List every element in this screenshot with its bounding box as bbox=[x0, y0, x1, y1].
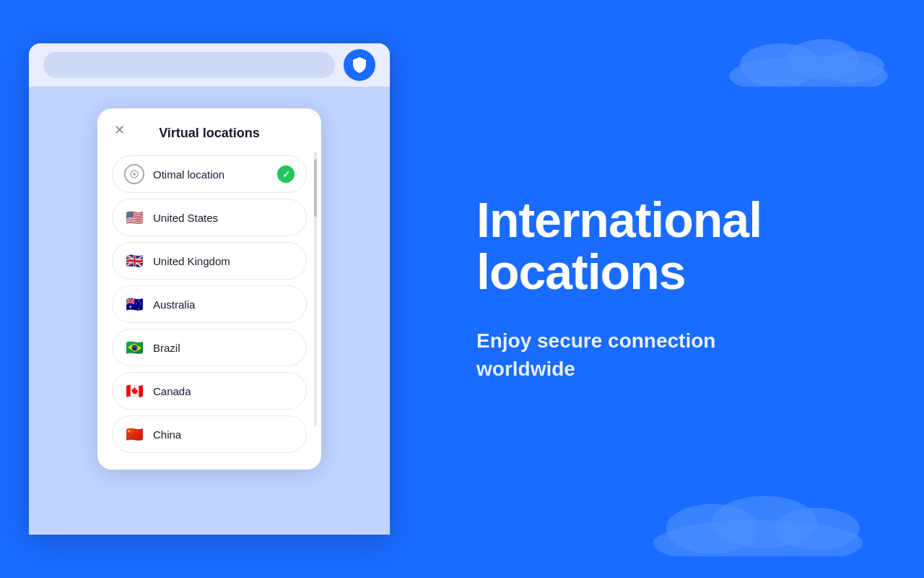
country-name-cn: China bbox=[153, 428, 295, 441]
location-item-us[interactable]: 🇺🇸 United States bbox=[112, 199, 307, 236]
svg-point-5 bbox=[819, 51, 884, 82]
optimal-location-icon bbox=[124, 164, 144, 184]
modal-title: Virtual locations bbox=[112, 126, 307, 141]
subheadline: Enjoy secure connection worldwide bbox=[476, 327, 794, 383]
country-name-br: Brazil bbox=[153, 342, 295, 354]
flag-cn: 🇨🇳 bbox=[124, 424, 144, 444]
location-item-cn[interactable]: 🇨🇳 China bbox=[112, 415, 307, 453]
browser-toolbar bbox=[29, 43, 390, 87]
cloud-decoration-bottom bbox=[635, 484, 881, 556]
headline-text: International locations bbox=[476, 192, 762, 298]
svg-point-1 bbox=[133, 173, 136, 176]
vpn-modal: ✕ Virtual locations Otimal locatio bbox=[97, 108, 321, 470]
scrollbar-track[interactable] bbox=[314, 152, 317, 426]
browser-content: ✕ Virtual locations Otimal locatio bbox=[29, 87, 390, 535]
country-name-au: Australia bbox=[153, 298, 295, 311]
svg-point-9 bbox=[775, 508, 860, 550]
browser-window: ✕ Virtual locations Otimal locatio bbox=[29, 43, 390, 535]
modal-close-button[interactable]: ✕ bbox=[110, 121, 128, 139]
optimal-location-label: Otimal location bbox=[153, 168, 269, 181]
left-panel: ✕ Virtual locations Otimal locatio bbox=[0, 0, 419, 578]
flag-br: 🇧🇷 bbox=[124, 337, 144, 358]
country-name-us: United States bbox=[153, 212, 295, 224]
location-item-au[interactable]: 🇦🇺 Australia bbox=[112, 285, 307, 323]
flag-ca: 🇨🇦 bbox=[124, 381, 144, 401]
flag-uk: 🇬🇧 bbox=[124, 251, 144, 271]
selected-checkmark bbox=[277, 165, 295, 183]
scrollbar-thumb[interactable] bbox=[314, 159, 317, 217]
cloud-decoration-top bbox=[722, 29, 895, 87]
shield-icon bbox=[352, 56, 367, 74]
country-name-ca: Canada bbox=[153, 385, 295, 397]
main-container: ✕ Virtual locations Otimal locatio bbox=[0, 0, 924, 578]
main-headline: International locations bbox=[476, 194, 866, 298]
country-name-uk: United Kingdom bbox=[153, 255, 295, 267]
location-item-br[interactable]: 🇧🇷 Brazil bbox=[112, 329, 307, 366]
flag-au: 🇦🇺 bbox=[124, 294, 144, 314]
flag-us: 🇺🇸 bbox=[124, 207, 144, 228]
location-item-optimal[interactable]: Otimal location bbox=[112, 155, 307, 193]
vpn-shield-button[interactable] bbox=[344, 49, 375, 81]
right-panel: International locations Enjoy secure con… bbox=[419, 0, 924, 578]
location-item-ca[interactable]: 🇨🇦 Canada bbox=[112, 372, 307, 410]
location-item-uk[interactable]: 🇬🇧 United Kingdom bbox=[112, 242, 307, 280]
address-bar[interactable] bbox=[43, 52, 335, 78]
location-list: Otimal location 🇺🇸 United States 🇬🇧 Unit… bbox=[112, 155, 307, 453]
